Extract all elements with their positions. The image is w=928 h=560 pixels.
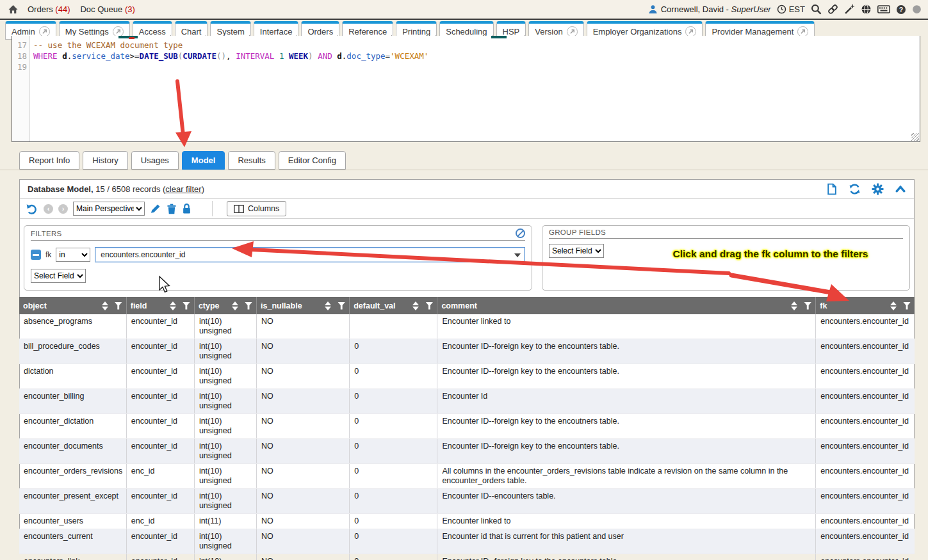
filter-funnel-icon[interactable]: [804, 302, 811, 310]
cell-fk[interactable]: encounters.encounter_id: [816, 529, 915, 554]
column-header-object[interactable]: object: [19, 297, 126, 314]
table-row[interactable]: encounters_currentencounter_idint(10) un…: [19, 529, 915, 554]
clear-filters-icon[interactable]: [516, 228, 525, 238]
filter-funnel-icon[interactable]: [183, 302, 190, 310]
link-icon[interactable]: [827, 4, 838, 15]
table-row[interactable]: encounter_orders_revisionsenc_idint(10) …: [19, 464, 915, 489]
cell-fk[interactable]: encounters.encounter_id: [816, 554, 915, 560]
cell-default_val: 0: [350, 489, 437, 514]
table-row[interactable]: dictationencounter_idint(10) unsignedNO0…: [19, 364, 915, 389]
home-icon[interactable]: [8, 4, 19, 15]
nav-doc-queue-label: Doc Queue: [80, 4, 122, 14]
keyboard-icon[interactable]: [877, 4, 890, 14]
columns-button[interactable]: Columns: [227, 201, 286, 216]
trash-icon[interactable]: [167, 203, 177, 214]
sort-icon[interactable]: [791, 301, 797, 310]
editor-line-numbers: 171819: [12, 36, 30, 141]
user-menu[interactable]: Cornewell, David - SuperUser: [648, 4, 771, 14]
table-row[interactable]: absence_programsencounter_idint(10) unsi…: [19, 314, 915, 339]
table-row[interactable]: encounter_present_exceptencounter_idint(…: [19, 489, 915, 514]
wand-icon[interactable]: [844, 4, 855, 15]
cell-fk[interactable]: encounters.encounter_id: [816, 364, 915, 389]
sort-icon[interactable]: [325, 301, 331, 310]
next-perspective-button[interactable]: ›: [58, 204, 68, 214]
column-header-ctype[interactable]: ctype: [194, 297, 256, 314]
popout-icon[interactable]: [685, 26, 696, 37]
cell-fk[interactable]: encounters.encounter_id: [816, 439, 915, 464]
filter-funnel-icon[interactable]: [245, 302, 252, 310]
filter-funnel-icon[interactable]: [425, 302, 433, 310]
timezone-control[interactable]: EST: [777, 4, 805, 14]
cell-fk[interactable]: encounters.encounter_id: [816, 464, 915, 489]
cell-fk[interactable]: encounters.encounter_id: [816, 339, 915, 364]
new-document-icon[interactable]: [826, 183, 838, 195]
column-header-fk[interactable]: fk: [816, 297, 915, 314]
cell-comment: Encounter ID--foreign key to the encount…: [437, 339, 816, 364]
table-row[interactable]: encounter_billingencounter_idint(10) uns…: [19, 389, 915, 414]
perspective-select[interactable]: Main Perspective: [73, 202, 145, 216]
cell-is_nullable: NO: [257, 339, 350, 364]
filter-value-combobox[interactable]: encounters.encounter_id: [95, 247, 525, 262]
column-header-field[interactable]: field: [126, 297, 194, 314]
filter-operator-select[interactable]: in: [56, 248, 90, 262]
clear-filter-link[interactable]: clear filter: [165, 184, 201, 194]
table-row[interactable]: encounter_dictationencounter_idint(10) u…: [19, 414, 915, 439]
cell-fk[interactable]: encounters.encounter_id: [816, 414, 915, 439]
nav-doc-queue[interactable]: Doc Queue (3): [80, 4, 134, 14]
prev-perspective-button[interactable]: ‹: [44, 204, 53, 214]
globe-icon[interactable]: [861, 4, 872, 15]
sort-icon[interactable]: [412, 301, 419, 310]
help-icon[interactable]: ?: [896, 4, 906, 15]
filter-funnel-icon[interactable]: [903, 302, 911, 310]
edit-pencil-icon[interactable]: [150, 203, 161, 214]
remove-filter-button[interactable]: [31, 250, 41, 260]
editor-resize-grip[interactable]: [911, 133, 919, 141]
tab-report-info[interactable]: Report Info: [19, 151, 79, 170]
filter-funnel-icon[interactable]: [115, 302, 122, 310]
group-fields-title: GROUP FIELDS: [549, 228, 606, 236]
column-header-default_val[interactable]: default_val: [350, 297, 437, 314]
nav-orders[interactable]: Orders (44): [28, 4, 70, 14]
lock-icon[interactable]: [182, 203, 191, 214]
popout-icon[interactable]: [567, 26, 578, 37]
cell-default_val: [350, 314, 437, 339]
cell-comment: Encounter ID--foreign key to the encount…: [437, 364, 816, 389]
tab-history[interactable]: History: [83, 151, 127, 170]
cell-fk[interactable]: encounters.encounter_id: [816, 514, 915, 529]
tab-results[interactable]: Results: [228, 151, 275, 170]
sort-icon[interactable]: [890, 301, 897, 310]
cell-field: enc_id: [126, 464, 194, 489]
table-row[interactable]: encounters_linkencounter_idint(10) unsig…: [19, 554, 915, 560]
popout-icon[interactable]: [113, 26, 124, 37]
database-model-panel: Database Model, 15 / 6508 records (clear…: [19, 179, 915, 548]
cell-fk[interactable]: encounters.encounter_id: [816, 389, 915, 414]
cell-fk[interactable]: encounters.encounter_id: [816, 489, 915, 514]
cell-fk[interactable]: encounters.encounter_id: [816, 314, 915, 339]
table-row[interactable]: encounter_usersenc_idint(11)NO0Encounter…: [19, 514, 915, 529]
popout-icon[interactable]: [797, 26, 808, 37]
tab-editor-config[interactable]: Editor Config: [279, 151, 346, 170]
sort-icon[interactable]: [232, 301, 238, 310]
column-header-is_nullable[interactable]: is_nullable: [257, 297, 350, 314]
table-row[interactable]: bill_procedure_codesencounter_idint(10) …: [19, 339, 915, 364]
column-header-comment[interactable]: comment: [437, 297, 816, 314]
table-row[interactable]: encounter_documentsencounter_idint(10) u…: [19, 439, 915, 464]
filter-funnel-icon[interactable]: [338, 302, 345, 310]
editor-code-area[interactable]: -- use the WCEXAM document typeWHERE d.s…: [30, 36, 920, 141]
add-filter-field-select[interactable]: Select Field: [31, 269, 86, 283]
undo-icon[interactable]: [25, 202, 38, 215]
search-icon[interactable]: [811, 4, 822, 15]
collapse-icon[interactable]: [895, 185, 906, 194]
tab-strip-divider: [0, 170, 928, 170]
tab-model[interactable]: Model: [182, 151, 225, 170]
sort-icon[interactable]: [170, 301, 176, 310]
main-tab-label: Chart: [181, 27, 202, 36]
tab-usages[interactable]: Usages: [131, 151, 179, 170]
popout-icon[interactable]: [39, 26, 50, 37]
combobox-caret-icon[interactable]: [514, 253, 521, 257]
sort-icon[interactable]: [102, 301, 108, 310]
add-group-field-select[interactable]: Select Field: [549, 244, 604, 258]
gear-icon[interactable]: [872, 183, 884, 195]
sql-editor[interactable]: 171819 -- use the WCEXAM document typeWH…: [12, 36, 920, 142]
refresh-icon[interactable]: [849, 183, 861, 195]
